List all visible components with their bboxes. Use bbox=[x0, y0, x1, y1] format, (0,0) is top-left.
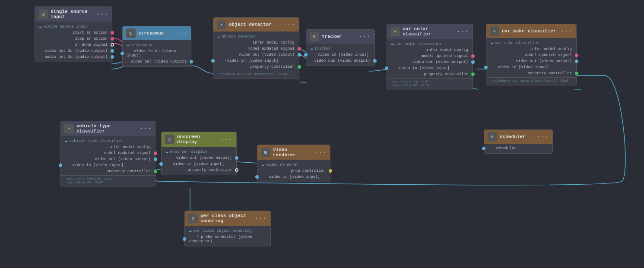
row-infer-vt: infer model config bbox=[61, 144, 155, 150]
row-video-out-osd: video out (video output) bbox=[162, 155, 236, 161]
onscreen-display-dots[interactable]: ··· bbox=[221, 136, 233, 143]
video-renderer-dots[interactable]: ··· bbox=[314, 149, 327, 156]
car-make-icon: ✦ bbox=[490, 26, 499, 36]
car-make-sublabel: ▬ car make classifier bbox=[486, 40, 576, 46]
row-prop-cm: property controller bbox=[486, 70, 576, 76]
row-video-in-cc: video in [video input] bbox=[387, 65, 473, 71]
tracker-icon: ⚙ bbox=[310, 32, 319, 41]
car-color-header[interactable]: ✦ car color classifier ··· bbox=[387, 24, 473, 39]
per-class-icon: ⚙ bbox=[188, 214, 198, 223]
row-video-in-od: -video in [video input] bbox=[213, 58, 299, 64]
scheduler-icon: ⚙ bbox=[488, 132, 497, 142]
row-video-out-od: video out (video output) bbox=[213, 52, 299, 58]
single-source-input-header[interactable]: ⊞ single source input ··· bbox=[35, 7, 112, 22]
vehicle-type-icon: ✦ bbox=[64, 124, 74, 133]
row-probe: └ probe connector (probe connector) bbox=[185, 234, 270, 244]
vehicle-type-node: ✦ vehicle type classifier ··· ▬ vehicle … bbox=[60, 121, 155, 187]
scheduler-node: ⚙ scheduler ··· scheduler bbox=[484, 129, 553, 154]
tracker-title: tracker bbox=[322, 34, 342, 39]
scheduler-dots[interactable]: ··· bbox=[537, 133, 549, 140]
scheduler-title: scheduler bbox=[500, 134, 525, 139]
tracker-sublabel: ▬ tracker bbox=[306, 45, 374, 52]
car-make-title: car make classifier bbox=[502, 28, 556, 34]
row-sr-done: sr done signal bbox=[35, 42, 112, 48]
car-color-sublabel: ▬ car color classifier bbox=[387, 41, 473, 47]
vehicle-type-sublabel: ▬ vehicle type classifier bbox=[61, 138, 155, 144]
per-class-sublabel: ▬ per class object counting bbox=[185, 227, 270, 234]
video-renderer-header[interactable]: ⊞ video renderer ··· bbox=[257, 145, 330, 160]
row-infer-cm: infer model config bbox=[486, 46, 576, 52]
streammux-dots[interactable]: ··· bbox=[175, 30, 187, 37]
streammux-sublabel: ▬ streammux bbox=[123, 42, 191, 48]
row-video-out-cc: video out (video output) bbox=[387, 59, 473, 65]
streammux-header[interactable]: ⊞ streammux ··· bbox=[123, 26, 191, 40]
onscreen-display-icon: □ bbox=[165, 135, 174, 144]
cc-footer: secondary car color classifier42..9cf8 bbox=[387, 78, 473, 88]
row-video-out-mux: video out (video output) bbox=[123, 59, 191, 65]
row-video-out-cm: video out (video output) bbox=[486, 58, 576, 64]
object-detector-sublabel: ▬ object detector bbox=[213, 33, 299, 40]
row-video-in-vr: video in [video input] bbox=[257, 174, 330, 180]
streammux-icon: ⊞ bbox=[126, 28, 136, 38]
row-prop-vr: prop controller bbox=[257, 168, 330, 174]
row-video-in-osd: video in [video input] bbox=[162, 161, 236, 167]
car-make-header[interactable]: ✦ car make classifier ··· bbox=[486, 24, 576, 38]
single-source-icon: ⊞ bbox=[38, 9, 48, 19]
row-model-upd-cc: model updated signal bbox=[387, 53, 473, 59]
video-renderer-sublabel: ▬ video renderer bbox=[257, 161, 330, 168]
per-class-node: ⚙ per class object counting ··· ▬ per cl… bbox=[184, 211, 271, 246]
single-source-title: single source input bbox=[51, 9, 94, 19]
car-make-dots[interactable]: ··· bbox=[561, 28, 573, 35]
car-color-dots[interactable]: ··· bbox=[457, 28, 469, 35]
row-video-in-mux: video in %u (video input) bbox=[123, 48, 191, 59]
per-class-title: per class object counting bbox=[200, 213, 252, 224]
row-start-sr: start sr action bbox=[35, 30, 112, 36]
onscreen-display-header[interactable]: □ onscreen display ··· bbox=[162, 132, 236, 147]
onscreen-display-title: onscreen display bbox=[177, 134, 218, 145]
row-model-upd-cm: model updated signal bbox=[486, 52, 576, 58]
car-color-title: car color classifier bbox=[403, 26, 454, 37]
row-video-in-vt: video in [video input] bbox=[61, 162, 155, 168]
vehicle-type-header[interactable]: ✦ vehicle type classifier ··· bbox=[61, 121, 155, 136]
vt-footer: secondary vehicle type classifier44..9a9… bbox=[61, 175, 155, 185]
row-prop-od: property controller bbox=[213, 64, 299, 70]
video-renderer-node: ⊞ video renderer ··· ▬ video renderer pr… bbox=[257, 145, 330, 182]
object-detector-title: object detector bbox=[229, 22, 272, 27]
row-video-out-vt: video out (video output) bbox=[61, 156, 155, 162]
row-scheduler-label: scheduler bbox=[484, 145, 552, 151]
tracker-node: ⚙ tracker ··· ▬ tracker video in [video … bbox=[306, 29, 375, 66]
streammux-title: streammux bbox=[138, 31, 164, 36]
object-detector-icon: ✦ bbox=[217, 20, 226, 29]
tracker-header[interactable]: ⚙ tracker ··· bbox=[306, 30, 374, 44]
scheduler-header[interactable]: ⚙ scheduler ··· bbox=[484, 130, 552, 144]
onscreen-display-sublabel: ▬ onscreen display bbox=[162, 148, 236, 155]
row-stop-sr: stop sr action bbox=[35, 36, 112, 42]
car-color-icon: ✦ bbox=[390, 27, 400, 36]
streammux-node: ⊞ streammux ··· ▬ streammux video in %u … bbox=[122, 26, 191, 67]
row-infer-cc: infer model config bbox=[387, 47, 473, 53]
vehicle-type-title: vehicle type classifier bbox=[76, 123, 137, 134]
od-footer: resnet10 4 class detector45..e550 bbox=[213, 71, 299, 77]
cm-footer: secondary car make classifier43..16a9 bbox=[486, 77, 576, 83]
row-video-in-cm: video in [video input] bbox=[486, 64, 576, 70]
single-source-sublabel: ▬ single source input bbox=[35, 23, 112, 30]
row-video-out-trk: video out (video output) bbox=[306, 58, 374, 64]
object-detector-header[interactable]: ✦ object detector ··· bbox=[213, 18, 299, 32]
per-class-dots[interactable]: ··· bbox=[255, 215, 267, 222]
object-detector-node: ✦ object detector ··· ▬ object detector … bbox=[213, 17, 299, 79]
video-renderer-icon: ⊞ bbox=[261, 148, 270, 157]
row-prop-cc: property controller bbox=[387, 71, 473, 77]
object-detector-dots[interactable]: ··· bbox=[283, 21, 295, 28]
row-infer-od: infer model config bbox=[213, 40, 299, 46]
row-prop-vt: property controller bbox=[61, 168, 155, 174]
row-video-out: video out %u (video output) bbox=[35, 48, 112, 54]
single-source-input-node: ⊞ single source input ··· ▬ single sourc… bbox=[35, 6, 112, 62]
per-class-header[interactable]: ⚙ per class object counting ··· bbox=[185, 211, 270, 226]
tracker-dots[interactable]: ··· bbox=[359, 33, 371, 40]
vehicle-type-dots[interactable]: ··· bbox=[140, 125, 152, 132]
row-model-upd-vt: model updated signal bbox=[61, 150, 155, 156]
single-source-dots[interactable]: ··· bbox=[96, 11, 108, 18]
row-video-in-trk: video in [video input] bbox=[306, 52, 374, 58]
car-make-node: ✦ car make classifier ··· ▬ car make cla… bbox=[486, 24, 577, 85]
row-prop-osd: property controller bbox=[162, 167, 236, 173]
